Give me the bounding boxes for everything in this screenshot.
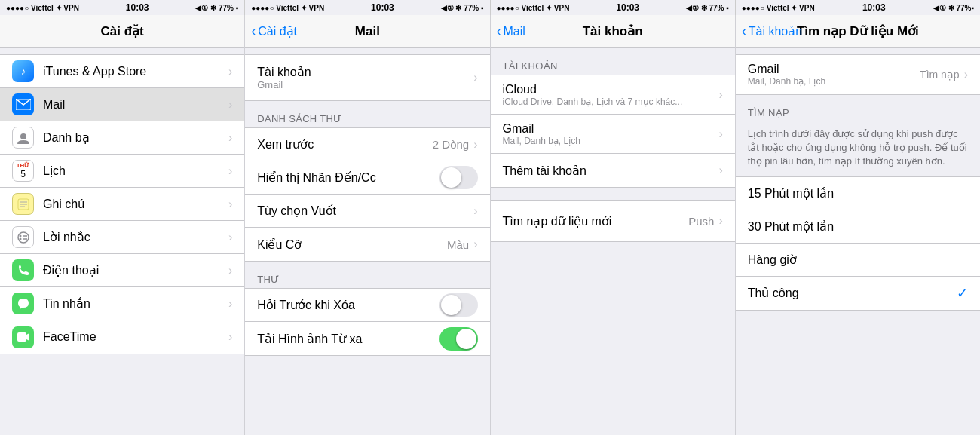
lich-chevron: › — [228, 164, 232, 178]
time-2: 10:03 — [371, 2, 394, 13]
main-content: Cài đặt ♪ iTunes & App Store › — [0, 15, 980, 435]
fetch-new-data-item[interactable]: Tìm nạp dữ liệu mới Push › — [491, 201, 735, 241]
status-bar-3: ●●●●○ Viettel ✦ VPN 10:03 ◀① ✻ 77% ▪ — [491, 0, 736, 15]
tuy-chon-vuot-item[interactable]: Tùy chọn Vuốt › — [245, 195, 489, 228]
add-account-chevron: › — [718, 164, 722, 177]
gmail-account-item[interactable]: Gmail Mail, Danh bạ, Lịch › — [491, 115, 735, 154]
fetch-gmail-action: Tìm nạp — [920, 69, 960, 81]
fetch-hourly-label: Hàng giờ — [748, 253, 968, 267]
icloud-subtitle: iCloud Drive, Danh bạ, Lịch và 7 mục khá… — [503, 96, 719, 107]
reminders-icon — [12, 226, 34, 248]
gmail-subtitle: Mail, Danh bạ, Lịch — [503, 136, 719, 146]
fetch-options-list: Gmail Mail, Danh bạ, Lịch Tìm nạp › TÌM … — [736, 48, 980, 435]
hoi-truoc-toggle[interactable] — [439, 293, 478, 317]
carrier-3: ●●●●○ Viettel ✦ VPN — [497, 4, 570, 12]
status-bar-1: ●●●●○ Viettel ✦ VPN 10:03 ◀① ✻ 77% ▪ — [0, 0, 245, 15]
tin-nhan-label: Tin nhắn — [43, 296, 228, 311]
tin-nhan-chevron: › — [228, 297, 232, 311]
fetch-option-15[interactable]: 15 Phút một lần — [736, 177, 980, 210]
mail-back-button[interactable]: ‹ Cài đặt — [251, 23, 297, 39]
add-account-item[interactable]: Thêm tài khoản › — [491, 154, 735, 187]
panel-settings: Cài đặt ♪ iTunes & App Store › — [0, 15, 245, 435]
svg-point-12 — [19, 237, 21, 240]
fetch-back-chevron-icon: ‹ — [742, 23, 746, 39]
tai-hinh-toggle[interactable] — [439, 327, 478, 351]
tai-khoan-item[interactable]: Tài khoản Gmail › — [245, 55, 489, 100]
svg-marker-15 — [26, 333, 29, 341]
tai-hinh-item[interactable]: Tải Hình ảnh Từ xa — [245, 322, 489, 355]
itunes-chevron: › — [228, 65, 232, 78]
settings-group-1: ♪ iTunes & App Store › Mai — [0, 54, 244, 354]
gmail-account-chevron: › — [718, 127, 722, 141]
status-bar-2: ●●●●○ Viettel ✦ VPN 10:03 ◀① ✻ 77% ▪ — [245, 0, 490, 15]
tuy-chon-vuot-label: Tùy chọn Vuốt — [257, 204, 473, 218]
fetch-30-label: 30 Phút một lần — [748, 219, 968, 234]
accounts-back-label: Mail — [504, 25, 525, 38]
add-account-label: Thêm tài khoản — [503, 164, 719, 178]
hien-thi-nhan-item[interactable]: Hiển thị Nhãn Đến/Cc — [245, 161, 489, 195]
settings-list: ♪ iTunes & App Store › Mai — [0, 48, 244, 435]
fetch-gmail-item[interactable]: Gmail Mail, Danh bạ, Lịch Tìm nạp › — [736, 55, 980, 94]
fetch-back-label: Tài khoản — [749, 24, 802, 38]
fetch-option-manual[interactable]: Thủ công ✓ — [736, 277, 980, 310]
gmail-stack: Gmail Mail, Danh bạ, Lịch — [503, 122, 719, 146]
ghi-chu-chevron: › — [228, 198, 232, 211]
settings-item-ghi-chu[interactable]: Ghi chú › — [0, 188, 244, 221]
thu-header: THƯ — [245, 268, 489, 288]
fetch-option-30[interactable]: 30 Phút một lần — [736, 210, 980, 244]
settings-item-danh-ba[interactable]: Danh bạ › — [0, 121, 244, 155]
icloud-account-item[interactable]: iCloud iCloud Drive, Danh bạ, Lịch và 7 … — [491, 75, 735, 115]
fetch-label: Tìm nạp dữ liệu mới — [503, 214, 689, 228]
mail-selected-group: Tài khoản Gmail › — [245, 54, 489, 101]
settings-item-facetime[interactable]: FaceTime › — [0, 320, 244, 354]
svg-point-4 — [20, 133, 26, 139]
settings-item-itunes[interactable]: ♪ iTunes & App Store › — [0, 55, 244, 88]
settings-item-mail[interactable]: Mail › — [0, 88, 244, 121]
loi-nhac-chevron: › — [228, 231, 232, 244]
panel3-title: Tài khoản — [583, 23, 643, 39]
mail-chevron: › — [228, 98, 232, 112]
facetime-chevron: › — [228, 330, 232, 344]
facetime-label: FaceTime — [43, 330, 228, 344]
status-bar-row: ●●●●○ Viettel ✦ VPN 10:03 ◀① ✻ 77% ▪ ●●●… — [0, 0, 980, 15]
tim-nap-section-header: TÌM NẠP — [736, 101, 980, 121]
kieu-co-item[interactable]: Kiểu Cỡ Màu › — [245, 228, 489, 261]
xem-truoc-item[interactable]: Xem trước 2 Dòng › — [245, 128, 489, 161]
tai-khoan-section-header: TÀI KHOẢN — [491, 54, 735, 75]
panel-mail: ‹ Cài đặt Mail Tài khoản Gmail › DANH SÁ… — [245, 15, 490, 435]
hien-thi-nhan-label: Hiển thị Nhãn Đến/Cc — [257, 170, 439, 185]
hien-thi-nhan-toggle[interactable] — [439, 166, 478, 189]
time-1: 10:03 — [126, 2, 149, 13]
status-icons-2: ◀① ✻ 77% ▪ — [441, 4, 484, 12]
settings-item-tin-nhan[interactable]: Tin nhắn › — [0, 287, 244, 320]
fetch-manual-label: Thủ công — [748, 286, 957, 300]
fetch-gmail-chevron: › — [964, 68, 968, 81]
fetch-value: Push — [688, 215, 714, 228]
accounts-back-button[interactable]: ‹ Mail — [497, 23, 525, 39]
accounts-list: TÀI KHOẢN iCloud iCloud Drive, Danh bạ, … — [491, 48, 735, 435]
hoi-truoc-item[interactable]: Hỏi Trước khi Xóa — [245, 289, 489, 322]
time-4: 10:03 — [862, 2, 886, 13]
mail-back-label: Cài đặt — [258, 24, 297, 38]
facetime-icon — [12, 326, 34, 348]
carrier-1: ●●●●○ Viettel ✦ VPN — [6, 4, 79, 12]
mail-icon — [12, 93, 34, 115]
tai-khoan-subtitle: Gmail — [257, 79, 473, 90]
kieu-co-detail: Màu — [447, 238, 469, 251]
settings-item-dien-thoai[interactable]: Điện thoại › — [0, 254, 244, 287]
fetch-description: Lịch trình dưới đây được sử dụng khi pus… — [736, 121, 980, 176]
fetch-option-hourly[interactable]: Hàng giờ — [736, 244, 980, 277]
svg-rect-14 — [17, 332, 26, 342]
fetch-group: Tìm nạp dữ liệu mới Push › — [491, 200, 735, 242]
settings-item-loi-nhac[interactable]: Lời nhắc › — [0, 221, 244, 254]
fetch-manual-checkmark: ✓ — [957, 285, 968, 302]
tai-khoan-title: Tài khoản — [257, 65, 473, 79]
fetch-back-button[interactable]: ‹ Tài khoản — [742, 23, 802, 39]
toggle-knob — [441, 167, 461, 188]
xem-truoc-label: Xem trước — [257, 137, 433, 152]
nav-bar-mail: ‹ Cài đặt Mail — [245, 15, 489, 48]
accounts-group: iCloud iCloud Drive, Danh bạ, Lịch và 7 … — [491, 75, 735, 188]
settings-item-lich[interactable]: THỨ 5 Lịch › — [0, 155, 244, 188]
icloud-chevron: › — [718, 88, 722, 102]
loi-nhac-label: Lời nhắc — [43, 230, 228, 244]
